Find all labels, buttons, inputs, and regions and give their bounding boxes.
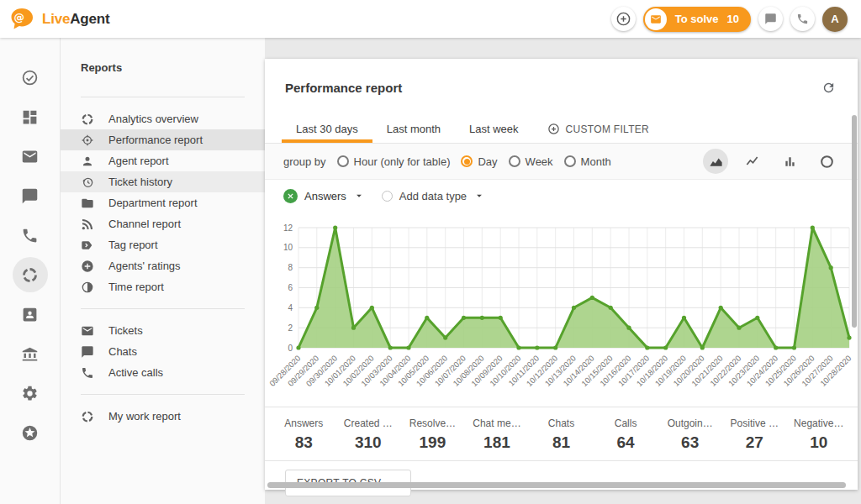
logo-bubble-icon: @ xyxy=(10,8,36,30)
sidebar-item-label: Active calls xyxy=(108,366,163,379)
stat-value: 83 xyxy=(272,433,336,452)
area-chart-type-button[interactable] xyxy=(703,149,728,174)
sidebar-item-label: Ticket history xyxy=(108,176,172,188)
sidebar-item-tag-report[interactable]: Tag report xyxy=(61,234,265,255)
sidebar-item-label: Channel report xyxy=(108,218,181,230)
stat-label: Negative… xyxy=(787,417,852,429)
stat-outgoin: Outgoin…63 xyxy=(658,417,722,452)
rail-item-settings[interactable] xyxy=(0,374,60,413)
donut-icon xyxy=(21,266,39,284)
to-solve-button[interactable]: To solve 10 xyxy=(643,7,751,32)
svg-text:0: 0 xyxy=(288,344,293,353)
page-title: Performance report xyxy=(285,81,402,95)
svg-text:12: 12 xyxy=(283,223,293,233)
sidebar-item-my-work-report[interactable]: My work report xyxy=(61,406,265,427)
tab-custom-filter[interactable]: CUSTOM FILTER xyxy=(533,115,663,143)
rail-item-upgrade[interactable] xyxy=(0,413,60,453)
tab-last-month[interactable]: Last month xyxy=(372,115,455,143)
stat-label: Chat me… xyxy=(465,417,530,429)
circle-icon xyxy=(819,154,835,170)
sidebar-item-active-calls[interactable]: Active calls xyxy=(61,362,265,383)
sidebar-menu: Analytics overviewPerformance reportAgen… xyxy=(61,108,265,427)
tab-label: Last 30 days xyxy=(296,123,358,135)
line-chart-type-button[interactable] xyxy=(740,149,765,174)
tab-label: Last month xyxy=(387,123,441,135)
plus-circle-icon xyxy=(547,123,560,135)
sidebar-item-label: Analytics overview xyxy=(108,113,198,125)
close-icon xyxy=(287,192,294,200)
chat-icon xyxy=(81,345,94,359)
refresh-icon xyxy=(821,81,836,95)
folder-icon xyxy=(81,197,94,210)
radio-month[interactable]: Month xyxy=(564,155,611,168)
dashboard-icon xyxy=(21,108,39,126)
svg-text:8: 8 xyxy=(288,263,293,272)
donut-chart-type-button[interactable] xyxy=(814,149,839,174)
sidebar-item-agents-ratings[interactable]: Agents' ratings xyxy=(61,255,265,276)
top-header: @ LiveAgent To solve 10 A xyxy=(0,0,861,38)
rail-item-reports[interactable] xyxy=(0,255,60,295)
chats-button[interactable] xyxy=(758,7,783,31)
user-avatar[interactable]: A xyxy=(822,7,848,32)
stat-created: Created …310 xyxy=(336,417,401,452)
tab-last-30-days[interactable]: Last 30 days xyxy=(282,115,372,143)
rail-item-contacts[interactable] xyxy=(0,295,60,334)
contrast-icon xyxy=(81,281,94,294)
stat-label: Outgoin… xyxy=(658,417,722,429)
rail-item-tickets[interactable] xyxy=(0,137,60,176)
rail-item-calls[interactable] xyxy=(0,216,60,255)
to-solve-label: To solve xyxy=(675,13,719,25)
sidebar-item-label: Time report xyxy=(108,281,164,293)
series-chip-answers[interactable]: Answers xyxy=(283,189,365,203)
target-icon xyxy=(81,134,94,147)
line-chart-icon xyxy=(745,154,761,170)
sidebar-item-time-report[interactable]: Time report xyxy=(61,276,265,297)
sidebar-item-channel-report[interactable]: Channel report xyxy=(61,213,265,234)
donut-icon xyxy=(81,410,94,423)
bar-chart-type-button[interactable] xyxy=(777,149,802,174)
stat-label: Answers xyxy=(272,417,336,429)
stat-value: 199 xyxy=(400,433,465,452)
sidebar-item-agent-report[interactable]: Agent report xyxy=(61,150,265,171)
sidebar-item-performance-report[interactable]: Performance report xyxy=(61,129,265,150)
liveagent-logo[interactable]: @ LiveAgent xyxy=(0,8,109,30)
icon-rail xyxy=(0,38,61,504)
stat-value: 181 xyxy=(465,433,530,452)
radio-label: Hour (only for table) xyxy=(354,155,451,168)
sidebar-item-chats[interactable]: Chats xyxy=(61,341,265,362)
sidebar-item-label: Performance report xyxy=(108,134,203,146)
sidebar-item-tickets[interactable]: Tickets xyxy=(61,320,265,341)
rail-item-resolve[interactable] xyxy=(0,58,60,97)
radio-circle-icon xyxy=(564,155,576,167)
remove-series-button[interactable] xyxy=(283,189,298,203)
sidebar-item-label: My work report xyxy=(108,410,181,423)
vertical-scrollbar-thumb[interactable] xyxy=(852,115,857,328)
calls-button[interactable] xyxy=(790,7,815,31)
refresh-button[interactable] xyxy=(821,81,836,95)
sidebar-item-department-report[interactable]: Department report xyxy=(61,192,265,213)
sidebar-item-analytics-overview[interactable]: Analytics overview xyxy=(61,108,265,129)
chart-type-switcher xyxy=(703,149,839,174)
area-chart-icon xyxy=(708,154,724,170)
rail-item-chats[interactable] xyxy=(0,176,60,216)
performance-report-card: Performance report Last 30 daysLast mont… xyxy=(265,59,858,490)
horizontal-scrollbar-thumb[interactable] xyxy=(267,482,846,488)
svg-text:@: @ xyxy=(14,11,25,24)
add-button[interactable] xyxy=(611,7,636,31)
person-icon xyxy=(81,155,94,168)
brand-text: LiveAgent xyxy=(42,11,109,28)
rail-item-dashboard[interactable] xyxy=(0,97,60,137)
phone-icon xyxy=(796,13,809,25)
radio-week[interactable]: Week xyxy=(509,155,553,168)
sidebar-item-ticket-history[interactable]: Ticket history xyxy=(61,171,265,192)
rss-icon xyxy=(81,218,94,231)
radio-day[interactable]: Day xyxy=(461,155,497,168)
menu-divider xyxy=(81,394,245,395)
add-data-type-label: Add data type xyxy=(399,190,467,202)
add-data-type-button[interactable]: Add data type xyxy=(382,190,485,202)
rail-item-company[interactable] xyxy=(0,334,60,374)
tab-label: Last week xyxy=(469,123,519,135)
radio-hour-only-for-table[interactable]: Hour (only for table) xyxy=(337,155,451,168)
sidebar-item-label: Agents' ratings xyxy=(108,260,181,272)
tab-last-week[interactable]: Last week xyxy=(455,115,533,143)
